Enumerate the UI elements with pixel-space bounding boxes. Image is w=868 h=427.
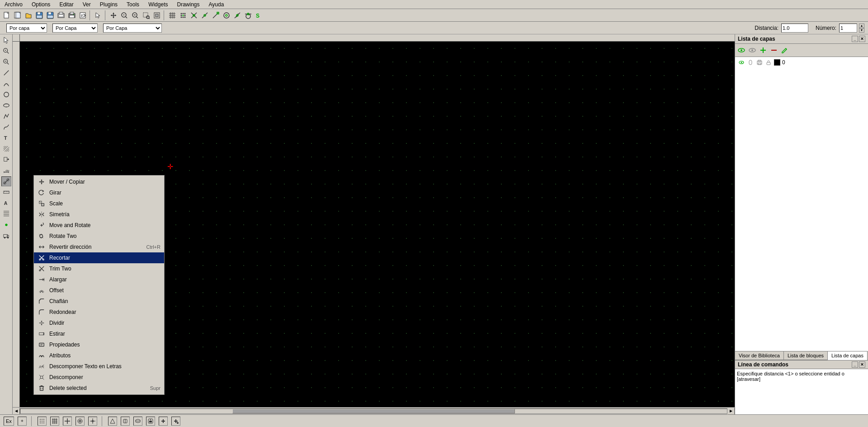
lt-block[interactable] [1,231,11,241]
add-toolbar2-button[interactable] [171,417,180,426]
snap-intersection-button[interactable] [189,10,199,20]
zoom-out-button[interactable] [130,10,140,20]
edit-layer-button[interactable] [780,46,789,55]
cm-simetria[interactable]: Simetría [34,209,164,220]
save-as-button[interactable]: + [45,10,55,20]
lt-line[interactable] [1,68,11,78]
cm-dividir[interactable]: Dividir [34,318,164,328]
number-input[interactable] [839,24,857,33]
snap-grid-icon[interactable] [38,417,47,426]
menu-drawings[interactable]: Drawings [174,0,202,9]
snap-endpoint-button[interactable] [211,10,221,20]
layer-locked-icon[interactable] [765,59,772,66]
lt-hatch[interactable] [1,144,11,154]
lt-select[interactable] [1,35,11,45]
zoom-in-button[interactable] [119,10,129,20]
scroll-track-h[interactable] [20,408,727,414]
scroll-left-button[interactable]: ◀ [13,408,20,415]
grid-toggle-button[interactable] [167,10,177,20]
info-button[interactable] [146,417,155,426]
cm-delete-selected[interactable]: Delete selected Supr [34,383,164,394]
menu-tools[interactable]: Tools [124,0,142,9]
new-template-button[interactable] [13,10,23,20]
lt-text2[interactable]: A [1,198,11,208]
panel-minimize-button[interactable]: _ [852,36,858,42]
layer-color-box[interactable] [774,59,780,66]
snap-grid-button[interactable] [178,10,188,20]
layer-row-0[interactable]: 0 [736,58,867,67]
cm-mover-copiar[interactable]: Mover / Copiar [34,176,164,187]
cm-descomponer-texto[interactable]: A Descomponer Texto en Letras [34,361,164,372]
lt-polyline[interactable] [1,111,11,121]
cm-revertir[interactable]: Revertir dirección Ctrl+R [34,242,164,252]
add-layer-button[interactable] [759,46,768,55]
export-button[interactable]: E [78,10,88,20]
cm-propiedades[interactable]: Propiedades [34,339,164,350]
snap-tangent-button[interactable] [243,10,253,20]
lt-pattern[interactable] [1,209,11,219]
zoom-window-button[interactable] [141,10,151,20]
cm-redondear[interactable]: Redondear [34,307,164,318]
zoom-pan-button[interactable] [108,10,118,20]
lt-arc[interactable] [1,79,11,89]
menu-ver[interactable]: Ver [80,0,94,9]
scroll-right-button[interactable]: ▶ [727,408,735,415]
lt-zoom-in[interactable] [1,46,11,56]
print-button[interactable] [67,10,77,20]
cm-move-and-rotate[interactable]: Move and Rotate [34,220,164,231]
tab-biblioteca[interactable]: Visor de Biblioteca [735,351,784,360]
cm-trim-two[interactable]: Trim Two [34,263,164,274]
lt-dimension[interactable]: dim [1,166,11,176]
cm-alargar[interactable]: Alargar [34,274,164,285]
layer-dropdown[interactable]: Por capa [6,24,47,33]
layer-frozen-icon[interactable] [747,59,754,66]
print-preview-button[interactable] [56,10,66,20]
remove-layer-button[interactable] [769,46,778,55]
add-toolbar-button[interactable] [159,417,168,426]
color-dropdown[interactable]: Por Capa [52,24,98,33]
scroll-thumb-h[interactable] [232,409,515,413]
snap-auto-button[interactable]: S [254,10,264,20]
menu-archivo[interactable]: Archivo [2,0,25,9]
tab-bloques[interactable]: Lista de bloques [784,351,828,360]
ortho-icon[interactable] [63,417,72,426]
lt-circle[interactable] [1,90,11,100]
lt-zoom-out[interactable] [1,57,11,67]
number-up-button[interactable]: ▲ [859,24,864,28]
tab-capas[interactable]: Lista de capas [828,351,868,360]
snap-coords-button[interactable] [121,417,130,426]
grid-icon[interactable] [50,417,59,426]
toggle-visible-button[interactable] [737,46,746,55]
cm-descomponer[interactable]: Descomponer [34,372,164,383]
linetype-dropdown[interactable]: Por Capa [103,24,162,33]
lt-spline[interactable] [1,122,11,132]
lt-point[interactable] [1,220,11,230]
select-button[interactable] [93,10,103,20]
layer-print-icon[interactable] [756,59,763,66]
canvas-area[interactable]: ✛ Mover / Copiar Gir [20,42,735,407]
menu-widgets[interactable]: Widgets [146,0,170,9]
cm-offset[interactable]: Offset [34,285,164,296]
cm-scale[interactable]: Scale [34,198,164,209]
cm-estirar[interactable]: Estirar [34,328,164,339]
ex-label[interactable]: Ex [4,417,14,426]
cm-recortar[interactable]: Recortar [34,252,164,263]
menu-editar[interactable]: Editar [57,0,76,9]
lt-insert[interactable] [1,155,11,165]
snap-center-button[interactable] [222,10,231,20]
number-down-button[interactable]: ▼ [859,28,864,33]
cm-rotate-two[interactable]: Rotate Two [34,231,164,242]
coords-icon[interactable]: + [18,417,27,426]
distance-input[interactable] [781,24,808,33]
menu-options[interactable]: Options [29,0,53,9]
cmd-minimize-button[interactable]: _ [852,361,858,368]
toggle-visible-gray-button[interactable] [748,46,757,55]
layer-visible-icon[interactable] [738,59,745,66]
lt-ruler[interactable] [1,187,11,197]
horizontal-scrollbar[interactable]: ◀ ▶ [13,407,735,414]
lt-ellipse[interactable] [1,100,11,110]
cmd-close-button[interactable]: ✕ [859,361,865,368]
lt-modify[interactable] [1,176,11,186]
pos-icon[interactable] [88,417,97,426]
menu-plugins[interactable]: Plugins [97,0,120,9]
